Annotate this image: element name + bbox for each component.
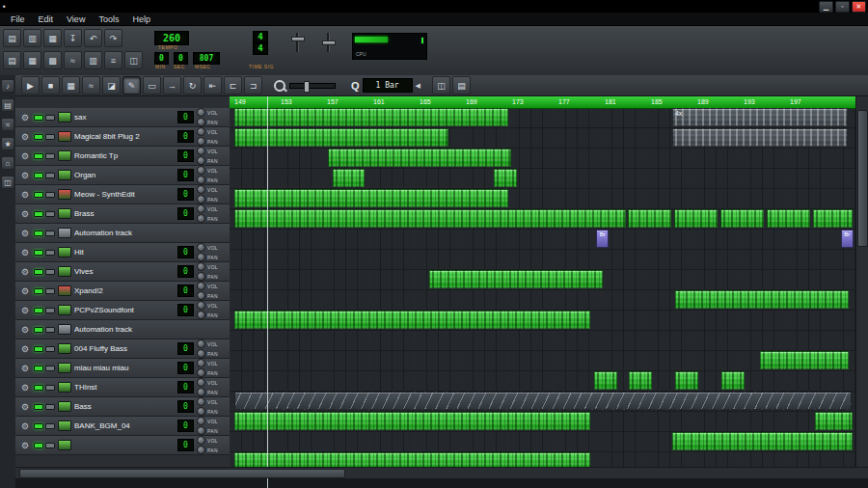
midi-pattern[interactable] [629, 371, 652, 390]
midi-pattern[interactable] [675, 290, 849, 309]
mute-led[interactable] [34, 327, 43, 333]
track-name[interactable]: 004 Fluffy Bass [74, 344, 175, 353]
mute-led[interactable] [34, 230, 43, 236]
pan-knob[interactable] [197, 349, 205, 358]
track-gear-icon[interactable]: ⚙ [19, 325, 31, 335]
track-lcd-value[interactable]: 0 [177, 207, 194, 220]
track-gear-icon[interactable]: ⚙ [19, 190, 31, 200]
track-name[interactable]: BANK_BGM_04 [74, 421, 175, 430]
track-lcd-value[interactable]: 0 [177, 169, 194, 181]
midi-pattern[interactable] [628, 209, 671, 228]
track-name[interactable]: Organ [74, 171, 175, 179]
redo-button[interactable]: ↷ [104, 29, 122, 47]
track-name[interactable]: sax [74, 113, 175, 122]
track-name[interactable]: Hit [74, 248, 175, 257]
track-name[interactable]: PCPvZSoundfont [74, 306, 175, 314]
pan-knob[interactable] [197, 388, 205, 396]
track-gear-icon[interactable]: ⚙ [19, 402, 31, 412]
track-name[interactable]: Romantic Tp [74, 151, 175, 160]
sidebar-my-projects-button[interactable]: ▤ [1, 98, 14, 112]
track-gear-icon[interactable]: ⚙ [19, 306, 31, 315]
solo-led[interactable] [45, 327, 55, 333]
pan-knob[interactable] [197, 426, 205, 435]
automation-editor-button[interactable]: ≈ [64, 51, 82, 69]
track-gear-icon[interactable]: ⚙ [19, 441, 31, 450]
track-lcd-value[interactable]: 0 [177, 400, 194, 413]
close-button[interactable]: ✕ [852, 1, 866, 13]
mute-led[interactable] [34, 115, 43, 121]
volume-knob[interactable] [197, 282, 205, 290]
horizontal-scrollbar[interactable] [15, 467, 868, 478]
mute-led[interactable] [34, 173, 43, 178]
track-lcd-value[interactable]: 0 [177, 304, 194, 316]
track-lcd-value[interactable]: 0 [177, 149, 194, 162]
open-project-button[interactable]: ▥ [23, 29, 41, 47]
mute-led[interactable] [34, 308, 43, 313]
midi-pattern[interactable] [234, 311, 590, 329]
stop-button[interactable]: ■ [41, 76, 60, 95]
midi-pattern[interactable] [720, 209, 764, 228]
minimize-button[interactable]: ▁ [819, 1, 833, 13]
track-overview-button[interactable]: ◫ [432, 76, 450, 95]
mute-led[interactable] [34, 134, 43, 140]
track-gear-icon[interactable]: ⚙ [19, 151, 31, 161]
menu-edit[interactable]: Edit [32, 13, 61, 26]
sidebar-instrument-plugins-button[interactable]: ♪ [1, 79, 14, 93]
track-name[interactable]: Vives [74, 267, 175, 276]
volume-knob[interactable] [197, 378, 205, 387]
undo-button[interactable]: ↶ [84, 29, 102, 47]
pan-knob[interactable] [197, 446, 205, 454]
midi-pattern[interactable] [815, 412, 853, 430]
sidebar-my-home-button[interactable]: ⌂ [1, 156, 14, 170]
volume-knob[interactable] [197, 417, 205, 425]
solo-led[interactable] [45, 385, 55, 391]
menu-view[interactable]: View [60, 13, 92, 26]
track-name[interactable]: Bass [74, 402, 175, 411]
track-lcd-value[interactable]: 0 [177, 362, 194, 374]
menu-tools[interactable]: Tools [92, 13, 125, 26]
solo-led[interactable] [45, 269, 55, 275]
pattern-area[interactable]: 149153157161165169173177181185189193197 … [230, 96, 856, 488]
quantize-arrow-icon[interactable]: ◀ [416, 82, 420, 90]
horizontal-scrollbar-thumb[interactable] [19, 469, 345, 478]
loop-points-button[interactable]: ↻ [183, 76, 202, 95]
midi-pattern[interactable] [675, 371, 698, 390]
mute-led[interactable] [34, 346, 43, 352]
track-gear-icon[interactable]: ⚙ [19, 267, 31, 277]
track-gear-icon[interactable]: ⚙ [19, 364, 31, 373]
automation-clip[interactable]: Br [596, 230, 609, 248]
track-lcd-value[interactable]: 0 [177, 188, 194, 201]
solo-led[interactable] [45, 211, 55, 217]
sidebar-my-computer-button[interactable]: ◫ [1, 176, 14, 189]
rewind-button[interactable]: ⇤ [203, 76, 222, 95]
midi-pattern[interactable] [234, 209, 626, 228]
maximize-button[interactable]: ▫ [835, 1, 850, 13]
track-gear-icon[interactable]: ⚙ [19, 229, 31, 238]
mute-led[interactable] [34, 211, 43, 217]
volume-knob[interactable] [197, 243, 205, 252]
vertical-scrollbar[interactable] [855, 96, 868, 488]
volume-knob[interactable] [197, 185, 205, 194]
volume-knob[interactable] [197, 147, 205, 155]
midi-pattern[interactable] [767, 209, 810, 228]
track-name[interactable]: Automation track [74, 325, 228, 334]
master-volume-slider[interactable] [289, 33, 305, 52]
track-gear-icon[interactable]: ⚙ [19, 421, 31, 431]
mute-led[interactable] [34, 153, 43, 159]
sidebar-my-samples-button[interactable]: ≈ [1, 118, 14, 131]
pan-knob[interactable] [197, 176, 205, 184]
draw-mode-button[interactable]: ✎ [122, 76, 141, 95]
track-gear-icon[interactable]: ⚙ [19, 344, 31, 354]
controller-rack-button[interactable]: ◫ [124, 51, 143, 69]
add-bb-track-button[interactable]: ▦ [62, 76, 80, 95]
edit-mode-button[interactable]: ▭ [143, 76, 161, 95]
pan-knob[interactable] [197, 272, 205, 281]
add-sample-track-button[interactable]: ≈ [82, 76, 100, 95]
mute-led[interactable] [34, 269, 43, 275]
playhead[interactable] [267, 96, 268, 488]
solo-led[interactable] [45, 134, 55, 140]
track-lcd-value[interactable]: 0 [177, 342, 194, 355]
solo-led[interactable] [45, 250, 55, 256]
track-name[interactable]: Meow - SynthEdit [74, 190, 175, 199]
muted-pattern[interactable]: 4x [672, 108, 848, 126]
